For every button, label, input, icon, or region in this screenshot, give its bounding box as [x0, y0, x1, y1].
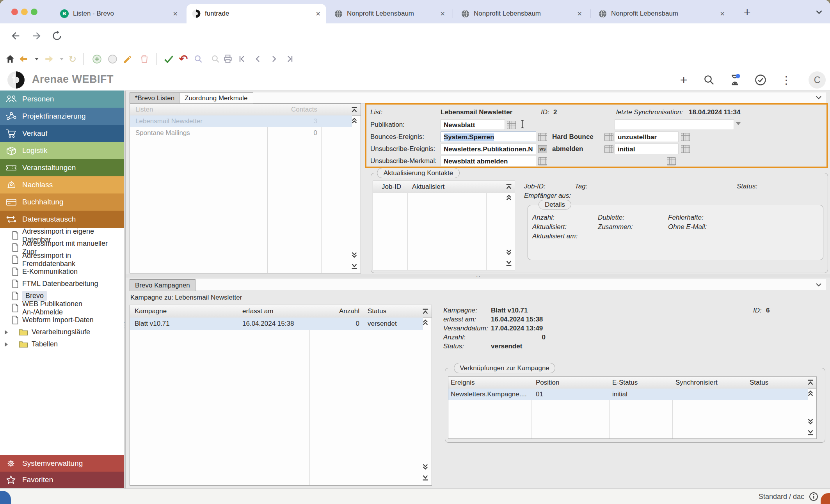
add-icon[interactable]: + — [677, 73, 690, 87]
collapse-top-icon[interactable] — [505, 183, 514, 190]
scroll-bottom-icon[interactable] — [807, 418, 815, 425]
sidebar-item-verkauf[interactable]: Verkauf — [0, 125, 124, 142]
details-title[interactable]: Details — [539, 200, 571, 209]
unsubscribe-status-field[interactable]: initial — [615, 144, 679, 154]
scroll-top-icon[interactable] — [505, 194, 514, 201]
tree-item-webform[interactable]: Webform Import-Daten — [0, 314, 124, 326]
panel-dropdown-chevron-icon[interactable] — [815, 94, 823, 101]
tree-item-web-publikationen[interactable]: WEB Publikationen An-/Abmelde — [0, 302, 124, 314]
sidebar-item-personen[interactable]: Personen — [0, 91, 124, 108]
last-record-icon[interactable] — [284, 53, 295, 64]
add-record-icon[interactable] — [91, 53, 102, 64]
scroll-bottom-icon[interactable] — [350, 252, 359, 259]
sidebar-item-logistik[interactable]: Logistik — [0, 142, 124, 159]
prev-record-icon[interactable] — [252, 53, 263, 64]
column-header-status[interactable]: Status — [368, 305, 386, 317]
tab-close-icon[interactable]: ✕ — [572, 10, 582, 18]
nav-back-caret-icon[interactable] — [31, 53, 42, 64]
undo-icon[interactable]: ↶ — [178, 53, 189, 64]
sidebar-item-favoriten[interactable]: Favoriten — [0, 472, 124, 488]
ws-lookup-icon[interactable]: ws — [538, 145, 547, 153]
link-row[interactable]: Newsletters.Kampagne.... 01 initial — [448, 389, 808, 400]
column-header-aktualisiert[interactable]: Aktualisiert — [412, 181, 444, 193]
home-icon[interactable] — [5, 53, 16, 64]
browser-tab-nonprofit-3[interactable]: Nonprofit Lebensbaum ✕ — [593, 4, 730, 23]
forward-icon[interactable] — [31, 30, 42, 41]
back-icon[interactable] — [10, 30, 21, 41]
search-record-icon[interactable] — [193, 53, 204, 64]
column-header-ereignis[interactable]: Ereignis — [451, 377, 475, 389]
unsubscribe-ereignis-field[interactable]: Newsletters.Publikationen.N — [441, 144, 536, 154]
tree-item-tabellen[interactable]: Tabellen — [0, 338, 124, 350]
edit-pencil-icon[interactable] — [122, 53, 133, 64]
column-header-kampagne[interactable]: Kampagne — [135, 305, 167, 317]
scroll-bottom-icon[interactable] — [421, 463, 430, 470]
nav-forward-icon[interactable] — [44, 53, 55, 64]
lookup-grid-icon[interactable] — [681, 145, 690, 153]
bounces-status-field[interactable]: unzustellbar — [615, 131, 679, 142]
lookup-grid-icon[interactable] — [507, 121, 516, 129]
maximize-window-button[interactable] — [31, 9, 37, 15]
collapse-top-icon[interactable] — [807, 379, 815, 386]
tree-item-adressimport-fremd[interactable]: Adressimport in Fremddatenbank — [0, 254, 124, 266]
tab-brevo-kampagnen[interactable]: Brevo Kampagnen — [130, 279, 196, 291]
empty-combo-field[interactable] — [615, 119, 734, 130]
next-record-icon[interactable] — [268, 53, 279, 64]
column-header-anzahl[interactable]: Anzahl — [313, 305, 359, 317]
scroll-bottom-icon[interactable] — [505, 249, 514, 256]
browser-tab-nonprofit-1[interactable]: Nonprofit Lebensbaum ✕ — [329, 4, 451, 23]
scroll-top-icon[interactable] — [421, 319, 430, 326]
new-tab-button[interactable]: + — [744, 5, 751, 19]
sidebar-item-datenaustausch[interactable]: Datenaustausch — [0, 211, 124, 228]
expand-caret-icon[interactable] — [5, 342, 8, 347]
copy-record-icon[interactable] — [107, 53, 118, 64]
tree-item-ftml[interactable]: FTML Datenbearbeitung — [0, 278, 124, 290]
list-row-lebensmail[interactable]: Lebensmail Newsletter 3 — [130, 115, 352, 127]
search-icon[interactable] — [702, 73, 716, 87]
tab-brevo-listen[interactable]: *Brevo Listen — [130, 92, 180, 103]
tab-close-icon[interactable]: ✕ — [311, 10, 321, 18]
column-header-status[interactable]: Status — [750, 377, 768, 389]
combo-dropdown-caret-icon[interactable] — [736, 122, 741, 125]
tab-zuordnung-merkmale[interactable]: Zuordnung Merkmale — [179, 92, 253, 103]
browser-tab-funtrade[interactable]: funtrade ✕ — [187, 4, 326, 23]
unsubscribe-merkmal-field[interactable]: Newsblatt abmelden — [441, 156, 536, 166]
panel-dropdown-chevron-icon[interactable] — [815, 282, 823, 288]
expand-caret-icon[interactable] — [5, 330, 8, 335]
collapse-top-icon[interactable] — [421, 308, 430, 315]
lookup-grid-icon[interactable] — [681, 133, 690, 141]
bounces-field[interactable]: System.Sperren — [441, 131, 536, 142]
tree-item-verarbeitungslaeufe[interactable]: Verarbeitungsläufe — [0, 326, 124, 338]
tree-item-e-kommunikation[interactable]: E-Kommunikation — [0, 266, 124, 278]
publikation-field[interactable]: Newsblatt — [441, 119, 505, 130]
column-header-e-status[interactable]: E-Status — [612, 377, 638, 389]
lookup-grid-icon[interactable] — [538, 133, 547, 141]
collapse-bottom-icon[interactable] — [807, 429, 815, 436]
tab-close-icon[interactable]: ✕ — [435, 10, 445, 18]
reload-icon[interactable] — [52, 30, 62, 41]
collapse-bottom-icon[interactable] — [350, 263, 359, 270]
minimize-window-button[interactable] — [21, 9, 28, 15]
tasks-check-circle-icon[interactable] — [754, 73, 767, 87]
lookup-grid-icon[interactable] — [538, 157, 547, 165]
column-header-job-id[interactable]: Job-ID — [375, 181, 401, 193]
column-header-position[interactable]: Position — [536, 377, 559, 389]
app-menu-kebab-icon[interactable]: ⋮ — [780, 73, 793, 87]
first-record-icon[interactable] — [236, 53, 247, 64]
tab-close-icon[interactable]: ✕ — [168, 10, 178, 18]
sidebar-item-systemverwaltung[interactable]: Systemverwaltung — [0, 455, 124, 472]
nav-back-icon[interactable] — [18, 53, 29, 64]
collapse-bottom-icon[interactable] — [421, 474, 430, 481]
scroll-top-icon[interactable] — [350, 117, 359, 124]
pending-jobs-hourglass-icon[interactable] — [728, 73, 741, 87]
lookup-grid-icon[interactable] — [667, 157, 676, 165]
browser-tab-listen-brevo[interactable]: B Listen - Brevo ✕ — [55, 4, 183, 23]
column-header-erfasst-am[interactable]: erfasst am — [242, 305, 273, 317]
column-header-synchronisiert[interactable]: Synchronisiert — [675, 377, 718, 389]
confirm-check-icon[interactable] — [163, 53, 174, 64]
lookup-grid-icon[interactable] — [604, 133, 613, 141]
list-row-spontane[interactable]: Spontane Mailings 0 — [130, 127, 352, 139]
campaign-row[interactable]: Blatt v10.71 16.04.2024 15:38 0 versende… — [130, 318, 423, 330]
horizontal-splitter[interactable]: ∙∙ — [126, 274, 830, 277]
sidebar-item-buchhaltung[interactable]: Buchhaltung — [0, 193, 124, 211]
